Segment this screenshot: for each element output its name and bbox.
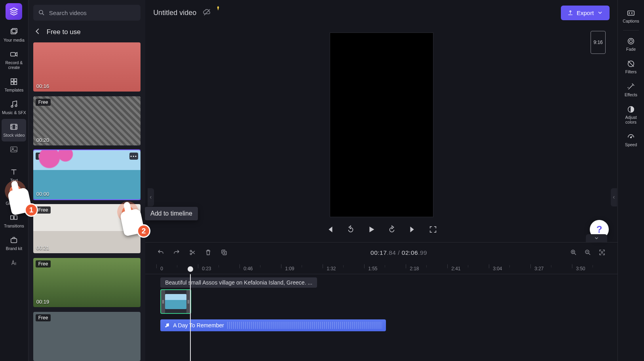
prop-label: Fade bbox=[626, 47, 636, 52]
transitions-icon bbox=[9, 213, 19, 222]
nav-label: Graphics bbox=[6, 201, 22, 206]
ruler-tick: 0:23 bbox=[202, 266, 243, 271]
nav-label: Text bbox=[10, 178, 18, 183]
thumb-more-button[interactable]: ••• bbox=[129, 153, 138, 160]
timeline-toolbar: 00:17.84 / 02:06.99 bbox=[145, 243, 617, 263]
svg-point-25 bbox=[628, 38, 634, 44]
nav-graphics[interactable]: Graphics bbox=[2, 187, 26, 210]
prop-adjust-colors[interactable]: Adjust colors bbox=[619, 102, 642, 128]
delete-button[interactable] bbox=[205, 249, 212, 257]
text-icon bbox=[9, 167, 19, 177]
nav-brand-kit[interactable]: Brand kit bbox=[2, 232, 26, 255]
forward-5-button[interactable] bbox=[388, 225, 396, 235]
ruler-tick: 2:18 bbox=[410, 266, 451, 271]
redo-button[interactable] bbox=[173, 249, 180, 257]
playback-controls bbox=[326, 225, 437, 235]
collapse-properties-panel[interactable] bbox=[611, 188, 617, 206]
svg-point-26 bbox=[629, 40, 632, 42]
panel-title: Free to use bbox=[47, 28, 81, 36]
aspect-ratio-selector[interactable]: 9:16 bbox=[591, 31, 606, 54]
timeline-tracks[interactable]: Beautiful small Assos village on Kefalon… bbox=[145, 274, 617, 361]
project-title[interactable]: Untitled video bbox=[153, 9, 196, 17]
stock-thumb[interactable]: Free 00:20 bbox=[33, 96, 141, 145]
prop-label: Speed bbox=[625, 143, 637, 147]
preview-canvas[interactable] bbox=[330, 32, 433, 217]
nav-more[interactable] bbox=[2, 255, 26, 271]
nav-record-create[interactable]: Record & create bbox=[2, 46, 26, 74]
free-tag: Free bbox=[36, 314, 51, 321]
ruler-tick: 2:41 bbox=[451, 266, 493, 271]
clip-trim-left[interactable]: || bbox=[161, 290, 165, 313]
svg-point-12 bbox=[11, 192, 14, 195]
chevron-down-icon bbox=[597, 10, 603, 16]
collapse-media-panel[interactable] bbox=[148, 188, 154, 206]
search-icon bbox=[38, 9, 45, 16]
stock-thumb[interactable]: Free bbox=[33, 312, 141, 361]
audio-clip[interactable]: A Day To Remember bbox=[160, 319, 386, 331]
video-clip[interactable]: || || bbox=[160, 289, 191, 314]
thumb-duration: 00:21 bbox=[36, 245, 49, 251]
time-total: 02:06 bbox=[402, 249, 418, 256]
zoom-fit-button[interactable] bbox=[598, 249, 606, 257]
play-button[interactable] bbox=[367, 225, 376, 235]
svg-rect-6 bbox=[14, 82, 17, 84]
back-button[interactable] bbox=[33, 27, 42, 37]
stock-thumb[interactable]: Free 00:19 bbox=[33, 258, 141, 307]
fullscreen-button[interactable] bbox=[429, 225, 437, 235]
prop-captions[interactable]: Captions bbox=[619, 6, 642, 27]
prop-fade[interactable]: Fade bbox=[619, 34, 642, 55]
nav-transitions[interactable]: Transitions bbox=[2, 210, 26, 232]
svg-rect-3 bbox=[11, 79, 13, 81]
nav-your-media[interactable]: Your media bbox=[2, 24, 26, 46]
nav-label: Transitions bbox=[4, 223, 24, 228]
zoom-in-button[interactable] bbox=[570, 249, 577, 257]
svg-rect-14 bbox=[11, 216, 13, 219]
export-button[interactable]: Export bbox=[561, 6, 610, 20]
stock-thumb-selected[interactable]: Free ••• 00:00 bbox=[33, 150, 141, 199]
skip-prev-button[interactable] bbox=[326, 225, 334, 235]
prop-filters[interactable]: Filters bbox=[619, 56, 642, 78]
topbar: Untitled video Export bbox=[145, 0, 617, 25]
timecode: 00:17.84 / 02:06.99 bbox=[236, 249, 561, 256]
film-icon bbox=[9, 122, 19, 132]
image-stack-icon bbox=[9, 27, 19, 36]
thumb-list[interactable]: 00:16 Free 00:20 Free ••• 00:00 Free 00:… bbox=[33, 42, 141, 361]
search-input[interactable] bbox=[49, 10, 136, 16]
prop-speed[interactable]: Speed bbox=[619, 129, 642, 151]
time-current: 00:17 bbox=[370, 249, 387, 256]
app-logo[interactable] bbox=[6, 3, 22, 20]
panel-header: Free to use bbox=[33, 25, 141, 38]
nav-music-sfx[interactable]: Music & SFX bbox=[2, 96, 26, 119]
main-area: Untitled video Export 9:16 bbox=[145, 0, 617, 361]
nav-text[interactable]: Text bbox=[2, 164, 26, 187]
free-tag: Free bbox=[36, 206, 51, 214]
stock-thumb[interactable]: Free 00:21 bbox=[33, 204, 141, 253]
svg-point-8 bbox=[15, 105, 17, 107]
split-button[interactable] bbox=[189, 249, 196, 257]
playhead[interactable] bbox=[190, 274, 191, 361]
prop-label: Filters bbox=[625, 70, 637, 74]
thumb-duration: 00:20 bbox=[36, 137, 49, 143]
zoom-out-button[interactable] bbox=[584, 249, 591, 257]
free-tag: Free bbox=[36, 260, 51, 267]
camera-icon bbox=[9, 50, 19, 59]
cc-icon bbox=[627, 9, 635, 17]
filters-icon bbox=[627, 59, 635, 68]
duplicate-button[interactable] bbox=[220, 249, 228, 257]
svg-rect-9 bbox=[11, 124, 17, 130]
sync-status-icon[interactable] bbox=[203, 8, 211, 18]
search-bar[interactable] bbox=[33, 5, 141, 21]
undo-button[interactable] bbox=[157, 249, 164, 257]
skip-next-button[interactable] bbox=[408, 225, 417, 235]
nav-stock-video[interactable]: Stock video bbox=[2, 119, 26, 141]
timeline-ruler[interactable]: 0 0:23 0:46 1:09 1:32 1:55 2:18 2:41 3:0… bbox=[145, 263, 617, 274]
nav-stock-images[interactable]: . bbox=[2, 141, 26, 164]
prop-effects[interactable]: Effects bbox=[619, 79, 642, 101]
stock-thumb[interactable]: 00:16 bbox=[33, 42, 141, 92]
clip-tooltip: Beautiful small Assos village on Kefalon… bbox=[160, 277, 317, 288]
svg-rect-16 bbox=[11, 239, 17, 243]
expand-properties-button[interactable] bbox=[586, 234, 607, 242]
nav-templates[interactable]: Templates bbox=[2, 74, 26, 96]
svg-point-23 bbox=[165, 326, 167, 328]
rewind-5-button[interactable] bbox=[346, 225, 355, 235]
